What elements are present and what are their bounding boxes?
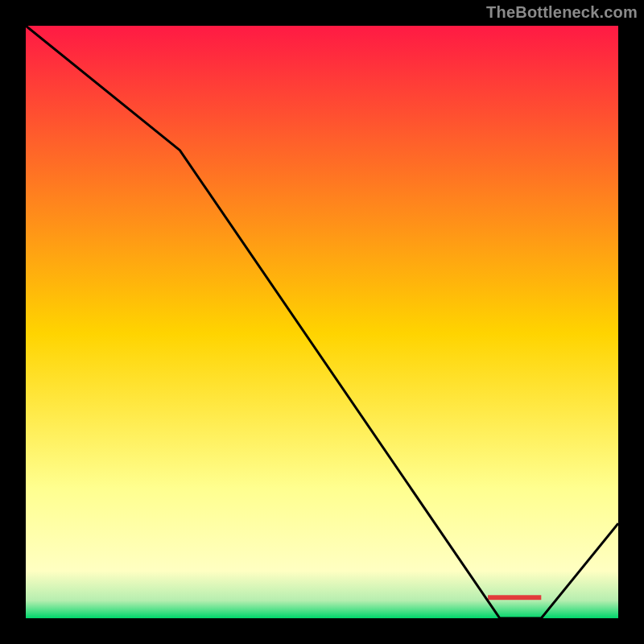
chart-svg bbox=[26, 26, 618, 618]
watermark-text: TheBottleneck.com bbox=[486, 3, 638, 22]
gradient-background bbox=[26, 26, 618, 618]
chart-frame: TheBottleneck.com bbox=[0, 0, 644, 644]
marker-band bbox=[488, 595, 541, 600]
plot-area bbox=[26, 26, 618, 618]
